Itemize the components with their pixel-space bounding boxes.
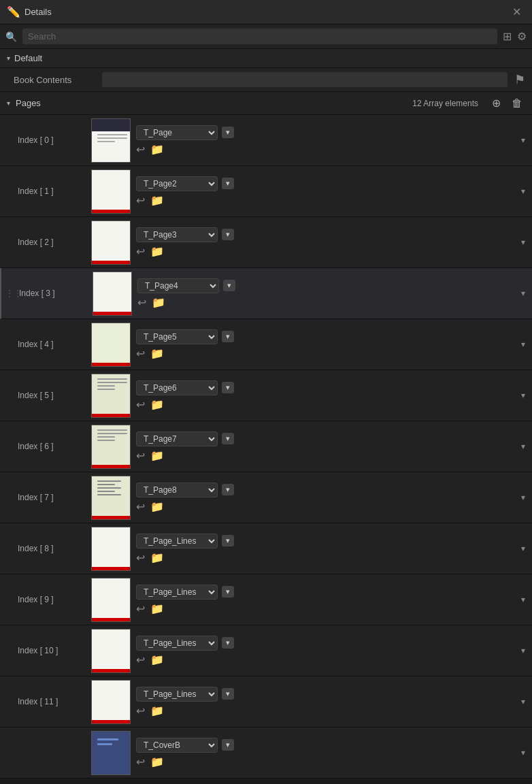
book-contents-row: Book Contents ⚑: [0, 68, 532, 92]
row-expand-icon[interactable]: ▾: [518, 133, 528, 148]
page-controls: T_Page_Lines▾↩📁: [136, 687, 516, 717]
folder-icon[interactable]: 📁: [152, 296, 165, 309]
row-expand-icon[interactable]: ▾: [518, 592, 528, 607]
folder-icon[interactable]: 📁: [150, 194, 164, 207]
page-controls: T_Page6▾↩📁: [136, 380, 516, 411]
folder-icon[interactable]: 📁: [150, 704, 164, 717]
folder-icon[interactable]: 📁: [150, 449, 164, 462]
row-expand-icon[interactable]: ▾: [518, 490, 528, 505]
row-expand-icon[interactable]: ▾: [518, 541, 528, 556]
row-expand-icon[interactable]: ▾: [518, 439, 528, 454]
page-type-select[interactable]: T_Page_Lines: [136, 687, 218, 702]
grid-icon[interactable]: ⊞: [503, 30, 512, 43]
reset-icon[interactable]: ↩: [136, 245, 145, 258]
page-type-dropdown-button[interactable]: ▾: [223, 280, 235, 291]
page-type-select[interactable]: T_Page2: [136, 176, 218, 191]
close-button[interactable]: ✕: [508, 4, 525, 20]
reset-icon[interactable]: ↩: [136, 449, 145, 462]
page-thumbnail: [91, 425, 131, 469]
page-type-select[interactable]: T_Page4: [137, 278, 219, 293]
settings-icon[interactable]: ⚙: [517, 30, 527, 43]
delete-page-button[interactable]: 🗑: [509, 96, 525, 111]
folder-icon[interactable]: 📁: [150, 143, 164, 156]
reset-icon[interactable]: ↩: [136, 551, 145, 564]
page-thumbnail: [91, 476, 131, 520]
page-controls: T_Page_Lines▾↩📁: [136, 636, 516, 666]
page-type-select[interactable]: T_CoverB: [136, 738, 218, 753]
page-thumbnail: [91, 220, 131, 265]
page-type-dropdown-button[interactable]: ▾: [222, 331, 234, 342]
reset-icon[interactable]: ↩: [136, 347, 145, 360]
page-type-dropdown-button[interactable]: ▾: [222, 127, 234, 138]
default-section-header[interactable]: ▾ Default: [0, 49, 532, 68]
drag-handle-icon[interactable]: ⋮⋮: [5, 289, 22, 298]
pages-caret-icon[interactable]: ▾: [7, 99, 10, 107]
content-scroll: Index [ 0 ]T_Page▾↩📁▾Index [ 1 ]T_Page2▾…: [0, 115, 532, 779]
search-input[interactable]: [22, 29, 497, 44]
index-row: Index [ 4 ]T_Page5▾↩📁▾: [0, 319, 532, 370]
folder-icon[interactable]: 📁: [150, 755, 164, 768]
page-type-dropdown-button[interactable]: ▾: [222, 178, 234, 189]
index-label: Index [ 7 ]: [4, 493, 86, 502]
folder-icon[interactable]: 📁: [150, 602, 164, 615]
row-expand-icon[interactable]: ▾: [518, 388, 528, 403]
add-page-button[interactable]: ⊕: [489, 95, 503, 111]
folder-icon[interactable]: 📁: [150, 398, 164, 411]
reset-icon[interactable]: ↩: [136, 602, 145, 615]
folder-icon[interactable]: 📁: [150, 500, 164, 513]
page-type-dropdown-button[interactable]: ▾: [222, 688, 234, 700]
reset-icon[interactable]: ↩: [136, 143, 145, 156]
page-type-dropdown-button[interactable]: ▾: [222, 229, 234, 240]
search-bar: 🔍 ⊞ ⚙: [0, 24, 532, 49]
reset-icon[interactable]: ↩: [136, 653, 145, 666]
page-type-select[interactable]: T_Page6: [136, 380, 218, 395]
page-type-dropdown-button[interactable]: ▾: [222, 586, 234, 598]
page-type-select[interactable]: T_Page5: [136, 329, 218, 344]
page-type-select[interactable]: T_Page3: [136, 227, 218, 242]
row-expand-icon[interactable]: ▾: [518, 745, 528, 760]
folder-icon[interactable]: 📁: [150, 551, 164, 564]
page-type-select[interactable]: T_Page7: [136, 431, 218, 446]
index-label: Index [ 8 ]: [4, 544, 86, 553]
index-label: Index [ 6 ]: [4, 442, 86, 451]
page-type-select[interactable]: T_Page: [136, 125, 218, 140]
reset-icon[interactable]: ↩: [136, 194, 145, 207]
reset-icon[interactable]: ↩: [136, 500, 145, 513]
page-type-select[interactable]: T_Page_Lines: [136, 534, 218, 549]
page-type-select[interactable]: T_Page_Lines: [136, 585, 218, 600]
row-expand-icon[interactable]: ▾: [518, 643, 528, 658]
book-contents-input[interactable]: [102, 72, 508, 87]
page-type-dropdown-button[interactable]: ▾: [222, 382, 234, 393]
default-section-label: Default: [14, 53, 42, 63]
index-label: Index [ 1 ]: [4, 186, 86, 196]
page-type-dropdown-button[interactable]: ▾: [222, 739, 234, 751]
page-type-dropdown-button[interactable]: ▾: [222, 535, 234, 546]
page-controls: T_Page▾↩📁: [136, 125, 516, 156]
row-expand-icon[interactable]: ▾: [518, 235, 528, 250]
page-controls: T_Page_Lines▾↩📁: [136, 585, 516, 615]
default-caret-icon: ▾: [7, 54, 10, 62]
page-controls: T_Page7▾↩📁: [136, 431, 516, 462]
reset-icon[interactable]: ↩: [137, 296, 146, 309]
index-row: Index [ 5 ]T_Page6▾↩📁▾: [0, 370, 532, 421]
page-type-dropdown-button[interactable]: ▾: [222, 484, 234, 495]
page-type-dropdown-button[interactable]: ▾: [222, 433, 234, 444]
row-expand-icon[interactable]: ▾: [518, 286, 528, 301]
folder-icon[interactable]: 📁: [150, 347, 164, 360]
page-thumbnail: [91, 169, 131, 214]
reset-icon[interactable]: ↩: [136, 398, 145, 411]
page-type-select[interactable]: T_Page_Lines: [136, 636, 218, 651]
page-controls: T_Page3▾↩📁: [136, 227, 516, 258]
folder-icon[interactable]: 📁: [150, 653, 164, 666]
row-expand-icon[interactable]: ▾: [518, 337, 528, 352]
reset-icon[interactable]: ↩: [136, 704, 145, 717]
items-container: Index [ 0 ]T_Page▾↩📁▾Index [ 1 ]T_Page2▾…: [0, 115, 532, 779]
page-type-select[interactable]: T_Page8: [136, 483, 218, 497]
reset-icon[interactable]: ↩: [136, 755, 145, 768]
page-thumbnail: [91, 629, 131, 673]
flag-icon[interactable]: ⚑: [514, 72, 525, 87]
row-expand-icon[interactable]: ▾: [518, 184, 528, 199]
row-expand-icon[interactable]: ▾: [518, 694, 528, 709]
page-type-dropdown-button[interactable]: ▾: [222, 637, 234, 649]
folder-icon[interactable]: 📁: [150, 245, 164, 258]
